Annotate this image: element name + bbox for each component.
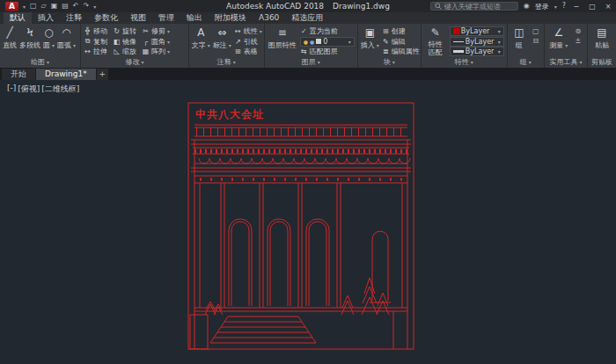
edit-block-button[interactable]: ✎编辑 (382, 37, 421, 47)
group-label: 组 (516, 40, 523, 50)
drawing-title-text: 中共八大会址 (195, 108, 264, 120)
viewport-visual-style-control[interactable]: [二维线框] (41, 84, 79, 95)
edit-block-icon: ✎ (382, 38, 390, 46)
tool-circle[interactable]: ○ 圆 (43, 25, 55, 57)
table-icon: ⊞ (234, 47, 242, 55)
file-tab-drawing1[interactable]: Drawing1* (36, 69, 96, 80)
panel-modify-label-text: 修改 (125, 58, 139, 66)
panel-label-annotate[interactable]: 注释 (189, 57, 264, 68)
tool-trim[interactable]: ✂修剪 (142, 26, 170, 36)
tool-table[interactable]: ⊞表格 (234, 47, 262, 56)
panel-label-block[interactable]: 块 (358, 57, 421, 68)
ribbon-tab-manage[interactable]: 管理 (152, 12, 180, 24)
tool-array[interactable]: ▦阵列 (142, 47, 170, 56)
ribbon-tab-featured-apps[interactable]: 精选应用 (285, 12, 329, 24)
hatch-icon[interactable]: ▨ (78, 47, 80, 55)
tool-leader-label: 引线 (244, 37, 258, 47)
title-bar: A ▾ □ ▱ ▣ ▤ ↶ ↷ ▾ Autodesk AutoCAD 2018 … (0, 0, 616, 12)
edit-attributes-button[interactable]: ≣编辑属性 (382, 47, 421, 56)
user-icon[interactable]: ◉ (524, 0, 530, 12)
tool-copy[interactable]: ⧉复制 (84, 37, 107, 47)
panel-label-groups[interactable]: 组 (508, 57, 544, 68)
object-color-dropdown[interactable]: ByLayer (450, 26, 504, 36)
ribbon-tab-annotate[interactable]: 注释 (60, 12, 88, 24)
tool-rotate-label: 旋转 (122, 26, 136, 36)
viewport-minimize-control[interactable]: [-] (7, 84, 16, 95)
rotate-icon: ↻ (113, 27, 121, 35)
tool-scale[interactable]: ◺缩放 (113, 47, 136, 56)
ungroup-icon[interactable]: ⊟ (531, 37, 541, 46)
lineweight-dropdown[interactable]: ByLayer (450, 47, 504, 56)
panel-label-clipboard[interactable]: 剪贴板 (588, 57, 616, 68)
tool-line[interactable]: ╱ 直线 (3, 25, 17, 57)
tool-linear[interactable]: ↔线性 (234, 26, 262, 36)
tool-mirror[interactable]: ◧镜像 (113, 37, 136, 47)
tool-polyline[interactable]: Ϟ 多段线 (19, 25, 40, 57)
match-layer-button[interactable]: ⇆匹配图层 (300, 47, 355, 56)
save-icon[interactable]: ▣ (51, 0, 58, 12)
array-icon: ▦ (142, 47, 150, 55)
panel-properties-label-text: 特性 (455, 58, 469, 66)
window-title: Autodesk AutoCAD 2018 Drawing1.dwg (226, 2, 390, 11)
tool-stretch[interactable]: ↔拉伸 (84, 47, 107, 56)
panel-label-properties[interactable]: 特性 (422, 57, 507, 68)
rectangle-icon[interactable]: ▭ (78, 27, 80, 36)
ribbon-tab-home[interactable]: 默认 (4, 12, 32, 24)
ribbon-tab-addins[interactable]: 附加模块 (209, 12, 253, 24)
undo-icon[interactable]: ↶ (73, 0, 79, 12)
ribbon-tab-insert[interactable]: 插入 (32, 12, 60, 24)
make-current-button[interactable]: ✓置为当前 (300, 26, 355, 36)
measure-label: 测量 (549, 40, 568, 50)
linetype-dropdown[interactable]: ByLayer (450, 37, 504, 47)
ribbon-tab-parametric[interactable]: 参数化 (88, 12, 124, 24)
ribbon-tab-a360[interactable]: A360 (253, 12, 285, 24)
panel-label-layers[interactable]: 图层 (265, 57, 357, 68)
redo-icon[interactable]: ↷ (84, 0, 90, 12)
panel-properties: ✎ 特性匹配 ByLayer ByLayer ByLayer (422, 24, 508, 68)
ribbon-tab-output[interactable]: 输出 (180, 12, 209, 24)
app-menu-caret-icon[interactable]: ▾ (23, 4, 26, 10)
tool-rotate[interactable]: ↻旋转 (113, 26, 136, 36)
signin-button[interactable]: 登录 (535, 2, 549, 11)
file-tab-start[interactable]: 开始 (2, 69, 35, 80)
panel-label-utilities[interactable]: 实用工具 (545, 57, 587, 68)
help-icon[interactable]: ? (562, 0, 566, 12)
open-icon[interactable]: ▱ (41, 0, 47, 12)
ribbon-tab-view[interactable]: 视图 (124, 12, 152, 24)
layer-dropdown[interactable]: ● ● 0 (300, 37, 355, 47)
group-edit-icon[interactable]: ▢ (531, 27, 541, 36)
tool-arc[interactable]: ◠ 圆弧 (57, 25, 76, 57)
search-input[interactable]: 键入关键字或短语 (430, 2, 518, 11)
new-drawing-tab-button[interactable]: + (97, 69, 108, 80)
insert-block-button[interactable]: ▣ 插入 (361, 25, 379, 57)
match-properties-icon: ✎ (431, 25, 440, 40)
tool-leader[interactable]: ↗引线 (234, 37, 262, 47)
viewport-view-control[interactable]: [俯视] (18, 84, 40, 95)
quick-select-icon[interactable]: ⊚ (573, 27, 583, 36)
match-properties-button[interactable]: ✎ 特性匹配 (424, 25, 447, 57)
tool-dimension[interactable]: ⇔ 标注 (213, 25, 231, 57)
tool-move[interactable]: ╬移动 (84, 26, 107, 36)
create-block-button[interactable]: ⊞创建 (382, 26, 421, 36)
layer-properties-button[interactable]: ≡ 图层特性 (268, 25, 297, 57)
panel-label-draw[interactable]: 绘图 (0, 57, 80, 68)
copy-icon: ⧉ (84, 37, 92, 46)
tool-fillet-label: 圆角 (151, 37, 170, 47)
qat-customize-caret-icon[interactable]: ▾ (93, 4, 96, 10)
signin-caret-icon[interactable]: ▾ (554, 4, 557, 10)
tool-text[interactable]: A 文字 (192, 25, 210, 57)
minimize-button[interactable]: ─ (571, 3, 582, 11)
measure-button[interactable]: ∠ 测量 (547, 25, 570, 57)
tool-fillet[interactable]: ╭圆角 (142, 37, 170, 47)
group-button[interactable]: ◫ 组 (510, 25, 528, 57)
app-logo-icon[interactable]: A (5, 2, 18, 11)
quick-calc-icon[interactable]: ± (573, 37, 583, 46)
panel-label-modify[interactable]: 修改 (81, 57, 188, 68)
ellipse-icon[interactable]: ◌ (78, 37, 80, 46)
new-icon[interactable]: □ (30, 0, 37, 12)
print-icon[interactable]: ▤ (62, 0, 69, 12)
maximize-button[interactable]: □ (587, 3, 598, 11)
drawing-canvas[interactable]: [-] [俯视] [二维线框] (0, 80, 616, 364)
close-button[interactable]: × (603, 3, 613, 11)
paste-button[interactable]: ▤ 粘贴 (590, 25, 613, 57)
